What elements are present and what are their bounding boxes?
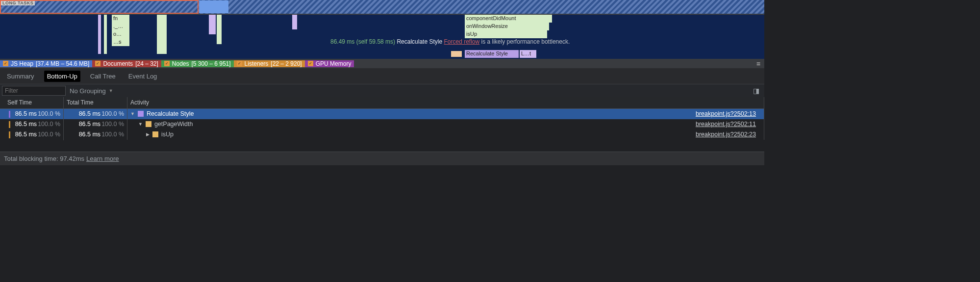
tooltip-name: Recalculate Style [397,38,442,45]
flame-sliver [292,15,297,29]
total-time-value: 86.5 ms [79,110,101,117]
flame-component-did-mount[interactable]: componentDidMount [465,15,552,23]
activity-name: isUp [161,131,174,138]
tooltip-forced-reflow-link: Forced reflow [444,38,479,45]
header-self-time[interactable]: Self Time [0,97,64,108]
memory-js-heap-label: JS Heap [11,60,33,67]
grouping-select[interactable]: No Grouping ▼ [70,87,113,95]
checkbox-icon[interactable]: ✓ [237,61,242,66]
self-time-value: 86.5 ms [15,131,37,138]
memory-nodes[interactable]: ✓ Nodes[5 300 – 6 951] [161,60,234,67]
settings-icon[interactable]: ≡ [753,60,764,68]
table-row[interactable]: 86.5 ms100.0 % 86.5 ms100.0 % ▼ Recalcul… [0,109,764,119]
memory-js-heap[interactable]: ✓ JS Heap[37.4 MB – 54.6 MB] [0,60,92,67]
flame-ocall[interactable]: o… [112,30,129,38]
tab-bottom-up[interactable]: Bottom-Up [44,71,80,82]
memory-gpu-label: GPU Memory [316,60,352,67]
self-time-pct: 100.0 % [38,121,60,128]
flame-layout[interactable]: L…t [520,50,536,58]
memory-documents-range: [24 – 32] [135,60,158,67]
flame-fn2[interactable]: ._… [112,23,129,30]
flame-sliver [157,15,167,54]
total-blocking-time: Total blocking time: 97.42ms [4,155,84,162]
memory-nodes-range: [5 300 – 6 951] [192,60,231,67]
self-time-pct: 100.0 % [38,110,60,117]
total-time-pct: 100.0 % [101,110,124,117]
activity-name: Recalculate Style [147,110,194,117]
flame-sliver [217,15,222,44]
memory-js-heap-range: [37.4 MB – 54.6 MB] [36,60,89,67]
tooltip-rest: is a likely performance bottleneck. [481,38,570,45]
memory-listeners-label: Listeners [245,60,269,67]
checkbox-icon[interactable]: ✓ [308,61,313,66]
total-time-pct: 100.0 % [101,131,124,138]
table-header: Self Time Total Time Activity [0,97,764,109]
memory-listeners-range: [22 – 2 920] [271,60,302,67]
tab-summary[interactable]: Summary [4,71,37,82]
disclosure-triangle-icon[interactable]: ▼ [138,122,143,127]
memory-legend: ✓ JS Heap[37.4 MB – 54.6 MB] ✓ Documents… [0,59,764,69]
disclosure-triangle-icon[interactable]: ▼ [130,111,135,116]
flame-tooltip: 86.49 ms (self 59.58 ms) Recalculate Sty… [330,38,570,45]
footer: Total blocking time: 97.42ms Learn more [0,152,764,165]
activity-swatch [138,111,144,117]
flame-sliver [104,15,107,54]
overview-strip[interactable]: LONG TASKS [0,0,764,15]
checkbox-icon[interactable]: ✓ [164,61,170,66]
filter-input[interactable] [2,86,66,96]
memory-documents-label: Documents [103,60,133,67]
activity-name: getPageWidth [154,121,193,128]
total-time-value: 86.5 ms [79,121,101,128]
flame-fn[interactable]: fn [112,15,129,23]
long-tasks-label: LONG TASKS [1,0,35,5]
self-time-value: 86.5 ms [15,121,37,128]
flame-recalculate-style[interactable]: Recalculate Style [465,50,519,58]
disclosure-triangle-icon[interactable]: ▶ [146,132,150,137]
flame-chart[interactable]: fn ._… o… …s componentDidMount onWindowR… [0,15,764,59]
flame-warn [451,51,462,57]
overview-task-block [199,0,228,13]
learn-more-link[interactable]: Learn more [86,155,119,162]
source-link[interactable]: breakpoint.js?2502:11 [696,121,761,128]
chevron-down-icon: ▼ [109,88,113,93]
self-time-value: 86.5 ms [15,110,37,117]
tooltip-timing: 86.49 ms (self 59.58 ms) [330,38,395,45]
activity-swatch [152,131,158,137]
flame-sliver [209,15,216,34]
total-time-value: 86.5 ms [79,131,101,138]
memory-documents[interactable]: ✓ Documents[24 – 32] [92,60,161,67]
memory-nodes-label: Nodes [172,60,189,67]
source-link[interactable]: breakpoint.js?2502:23 [696,131,761,138]
tab-call-tree[interactable]: Call Tree [87,71,119,82]
table-row[interactable]: 86.5 ms100.0 % 86.5 ms100.0 % ▶ isUp bre… [0,129,764,140]
flame-is-up[interactable]: isUp [465,30,547,38]
source-link[interactable]: breakpoint.js?2502:13 [696,110,761,117]
flame-sliver [98,15,101,54]
detail-tabs: Summary Bottom-Up Call Tree Event Log [0,69,764,84]
memory-gpu[interactable]: ✓ GPU Memory [305,60,354,67]
show-sidebar-icon[interactable]: ◨ [750,87,762,95]
memory-listeners[interactable]: ✓ Listeners[22 – 2 920] [234,60,305,67]
checkbox-icon[interactable]: ✓ [95,61,101,66]
header-activity[interactable]: Activity [127,97,764,108]
checkbox-icon[interactable]: ✓ [3,61,8,66]
tab-event-log[interactable]: Event Log [126,71,160,82]
flame-scall[interactable]: …s [112,38,129,46]
flame-on-window-resize[interactable]: onWindowResize [465,23,549,30]
total-time-pct: 100.0 % [101,121,124,128]
self-time-pct: 100.0 % [38,131,60,138]
table-row[interactable]: 86.5 ms100.0 % 86.5 ms100.0 % ▼ getPageW… [0,119,764,129]
bottom-up-table: Self Time Total Time Activity 86.5 ms100… [0,97,764,140]
filter-bar: No Grouping ▼ ◨ [0,84,764,97]
activity-swatch [146,121,151,127]
grouping-label: No Grouping [70,87,106,95]
header-total-time[interactable]: Total Time [64,97,127,108]
